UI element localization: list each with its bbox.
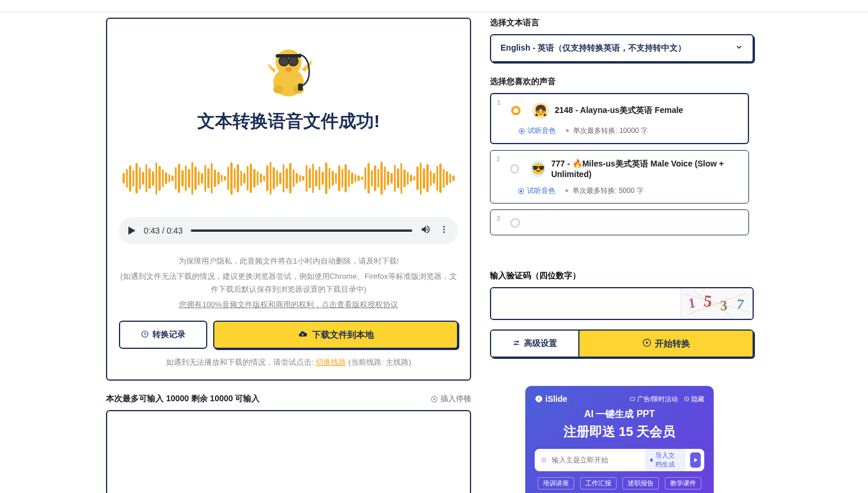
svg-point-13 — [443, 231, 445, 233]
captcha-row: 1 5 3 7 — [490, 287, 754, 320]
chevron-down-icon — [735, 43, 743, 54]
language-selected: English - 英语（仅支持转换英语，不支持转中文） — [501, 43, 686, 54]
svg-point-22 — [515, 344, 516, 345]
voice-number: 1 — [497, 99, 501, 106]
more-icon[interactable] — [439, 225, 449, 236]
voice-name: 777 - 🔥Miles-us美式英语 Male Voice (Slow + U… — [551, 159, 739, 179]
volume-icon[interactable] — [420, 224, 431, 237]
waveform — [119, 157, 458, 199]
ad-tab[interactable]: 培训讲座 — [538, 477, 574, 489]
ad-tab[interactable]: 述职报告 — [622, 477, 659, 489]
ad-import-chip[interactable]: 导入文档生成 — [645, 449, 686, 471]
ad-hide-button[interactable]: 隐藏 — [684, 395, 704, 404]
start-convert-button[interactable]: 开始转换 — [579, 331, 753, 357]
insert-pause-button[interactable]: 插入停顿 — [430, 394, 471, 404]
voice-limit: 单次最多转换: 10000 字 — [564, 126, 648, 136]
svg-line-20 — [693, 291, 734, 318]
voice-avatar: 👧 — [532, 102, 549, 119]
char-count-info: 本次最多可输入 10000 剩余 10000 可输入 — [106, 394, 260, 404]
privacy-notice-1: 为保障用户隐私，此音频文件将在1小时内自动删除，请及时下载! — [119, 255, 458, 268]
cloud-download-icon — [298, 329, 307, 341]
play-icon[interactable] — [128, 226, 135, 235]
language-label: 选择文本语言 — [490, 18, 754, 28]
svg-point-5 — [289, 57, 297, 65]
ad-input-row[interactable]: 导入文档生成 — [535, 449, 704, 471]
download-button[interactable]: 下载文件到本地 — [213, 321, 458, 349]
svg-point-29 — [543, 459, 545, 461]
voice-radio[interactable] — [511, 106, 521, 115]
close-icon — [684, 396, 690, 402]
sparkle-icon — [541, 455, 547, 465]
start-label: 开始转换 — [655, 338, 690, 349]
sliders-icon — [512, 339, 521, 349]
svg-point-12 — [443, 229, 445, 231]
clock-icon — [141, 330, 149, 340]
svg-point-11 — [443, 226, 445, 228]
ad-tabs: 培训讲座工作汇报述职报告教学课件 — [535, 477, 704, 489]
advanced-label: 高级设置 — [524, 338, 557, 349]
voice-avatar: 😎 — [531, 161, 545, 177]
voice-number: 2 — [496, 155, 500, 162]
insert-pause-label: 插入停顿 — [440, 394, 471, 404]
route-text: 如遇到无法播放和下载的情况，请尝试点击: 切换线路 (当前线路: 主线路) — [119, 357, 458, 368]
history-button[interactable]: 转换记录 — [119, 321, 207, 349]
ad-brand: i iSlide — [535, 394, 567, 404]
ad-title: AI 一键生成 PPT — [535, 408, 704, 421]
audio-time: 0:43 / 0:43 — [144, 226, 183, 235]
ad-icon — [630, 396, 635, 402]
ad-tab[interactable]: 教学课件 — [665, 477, 701, 489]
language-select[interactable]: English - 英语（仅支持转换英语，不支持转中文） — [490, 34, 754, 62]
svg-point-21 — [517, 341, 518, 342]
mascot-image — [253, 36, 324, 101]
voice-card[interactable]: 3 — [490, 209, 749, 235]
voice-limit: 单次最多转换: 5000 字 — [564, 186, 644, 196]
ad-go-button[interactable] — [690, 452, 701, 468]
svg-rect-9 — [298, 84, 303, 91]
audio-progress[interactable] — [191, 229, 412, 232]
svg-point-7 — [273, 85, 284, 94]
voice-label: 选择您喜欢的声音 — [490, 76, 754, 87]
info-icon: i — [535, 395, 543, 403]
privacy-notice-2: (如遇到文件无法下载的情况，建议更换浏览器尝试，例如使用Chrome、Firef… — [119, 270, 458, 296]
voice-card[interactable]: 2😎777 - 🔥Miles-us美式英语 Male Voice (Slow +… — [490, 150, 749, 204]
text-input[interactable] — [106, 410, 471, 493]
voice-radio[interactable] — [511, 164, 519, 174]
voice-number: 3 — [496, 215, 500, 222]
svg-point-10 — [285, 67, 292, 72]
play-circle-icon — [642, 338, 651, 349]
result-card: 文本转换语音文件成功! 0:43 / 0:43 为保障用户隐私，此音频文件将在1… — [106, 18, 471, 381]
arrow-down-icon — [430, 395, 438, 403]
svg-rect-6 — [276, 54, 302, 58]
ad-subtitle: 注册即送 15 天会员 — [535, 423, 704, 441]
file-icon — [650, 457, 654, 463]
captcha-label: 输入验证码（四位数字） — [490, 271, 754, 281]
preview-voice-link[interactable]: 试听音色 — [518, 126, 556, 136]
switch-route-link[interactable]: 切换线路 — [316, 358, 346, 367]
captcha-image[interactable]: 1 5 3 7 — [681, 288, 753, 319]
svg-text:i: i — [538, 397, 539, 402]
audio-player[interactable]: 0:43 / 0:43 — [119, 217, 458, 244]
voice-list[interactable]: 1👧2148 - Alayna-us美式英语 Female试听音色单次最多转换:… — [490, 93, 754, 259]
captcha-input[interactable] — [491, 288, 681, 319]
svg-rect-30 — [650, 459, 652, 462]
success-title: 文本转换语音文件成功! — [119, 109, 458, 134]
ad-input[interactable] — [552, 456, 640, 464]
copyright-link[interactable]: 您拥有100%音频文件版权和商用的权利，点击查看版权授权协议 — [179, 300, 397, 309]
voice-radio[interactable] — [511, 218, 520, 228]
preview-voice-link[interactable]: 试听音色 — [518, 186, 555, 196]
ad-card[interactable]: i iSlide 广告/限时活动 隐藏 AI 一键生成 PPT 注册即送 15 … — [525, 386, 714, 493]
ad-tag: 广告/限时活动 隐藏 — [630, 395, 704, 404]
ad-tab[interactable]: 工作汇报 — [580, 477, 617, 489]
play-icon — [692, 457, 699, 464]
voice-name: 2148 - Alayna-us美式英语 Female — [555, 105, 683, 116]
advanced-settings-button[interactable]: 高级设置 — [491, 331, 579, 357]
svg-point-4 — [280, 57, 288, 65]
history-button-label: 转换记录 — [153, 329, 185, 340]
voice-card[interactable]: 1👧2148 - Alayna-us美式英语 Female试听音色单次最多转换:… — [490, 93, 749, 144]
download-button-label: 下载文件到本地 — [312, 329, 374, 341]
svg-rect-26 — [630, 397, 635, 400]
